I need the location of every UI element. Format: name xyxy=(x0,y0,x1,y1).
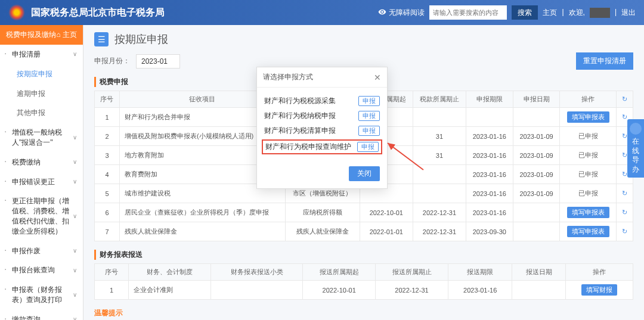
modal-footer: 关闭 xyxy=(257,161,387,188)
action-button: 已申报 xyxy=(574,150,603,161)
home-link[interactable]: 主页 xyxy=(543,8,557,18)
page-header: ☰ 按期应申报 xyxy=(94,32,633,46)
page-title: 按期应申报 xyxy=(114,32,168,46)
table-header: 财务、会计制度 xyxy=(129,264,211,281)
sidebar: 税费申报及缴纳 ⌂ 主页 申报清册∨按期应申报逾期申报其他申报增值税一般纳税人"… xyxy=(0,25,83,320)
logo-icon xyxy=(8,4,25,21)
fin-section-title: 财务报表报送 xyxy=(94,250,633,260)
person-icon xyxy=(630,123,642,135)
sidebar-item[interactable]: 缴款查询∨ xyxy=(0,310,83,320)
month-select[interactable]: 2023-01 xyxy=(136,54,180,69)
close-icon[interactable]: ✕ xyxy=(374,73,381,82)
modal-close-button[interactable]: 关闭 xyxy=(349,166,380,181)
table-header: 报送日期 xyxy=(512,264,566,281)
table-header: 操作 xyxy=(560,91,617,108)
tips-title: 温馨提示 xyxy=(94,308,633,318)
sidebar-title: 税费申报及缴纳 xyxy=(6,30,56,40)
accessibility-label: 无障碍阅读 xyxy=(389,8,425,18)
eye-icon xyxy=(378,8,386,18)
refresh-icon[interactable]: ↻ xyxy=(617,91,633,108)
option-label: 财产和行为税清算申报 xyxy=(264,126,336,136)
action-button[interactable]: 填写申报表 xyxy=(567,207,609,218)
sidebar-item[interactable]: 申报表（财务报表）查询及打印∨ xyxy=(0,280,83,310)
apply-button[interactable]: 申报 xyxy=(358,111,380,121)
modal-option: 财产和行为税清算申报申报 xyxy=(264,123,380,138)
sidebar-item[interactable]: 申报台账查询∨ xyxy=(0,260,83,280)
table-header: 报送所属期起 xyxy=(303,264,376,281)
online-service-tab[interactable]: 在线导办 xyxy=(627,119,644,178)
service-label: 在线导办 xyxy=(630,137,642,174)
table-header: 报送所属期止 xyxy=(376,264,448,281)
row-refresh-icon[interactable]: ↻ xyxy=(617,184,633,203)
table-row: 1企业会计准则2022-10-012022-12-312023-01-16填写财… xyxy=(95,281,633,300)
modal-title: 请选择申报方式 xyxy=(263,72,313,82)
apply-button[interactable]: 申报 xyxy=(358,126,380,136)
fin-table: 序号财务、会计制度财务报表报送小类报送所属期起报送所属期止报送期限报送日期操作 … xyxy=(94,263,633,300)
sidebar-item[interactable]: 申报清册∨ xyxy=(0,45,83,64)
logout-link[interactable]: 退出 xyxy=(621,8,636,18)
page-icon: ☰ xyxy=(94,32,109,46)
row-refresh-icon[interactable]: ↻ xyxy=(617,203,633,222)
table-header: 操作 xyxy=(565,264,633,281)
sidebar-item[interactable]: 增值税一般纳税人"报退合一"∨ xyxy=(0,123,83,153)
declare-method-modal: 请选择申报方式 ✕ 财产和行为税税源采集申报财产和行为税纳税申报申报财产和行为税… xyxy=(256,67,388,189)
table-row: 7残疾人就业保障金残疾人就业保障金2022-01-012022-12-31202… xyxy=(95,222,633,241)
modal-option: 财产和行为税税源采集申报 xyxy=(264,94,380,108)
sidebar-item[interactable]: 税费缴纳∨ xyxy=(0,153,83,172)
table-header: 序号 xyxy=(95,91,120,108)
modal-header: 请选择申报方式 ✕ xyxy=(257,67,387,88)
option-label: 财产和行为税税源采集 xyxy=(264,96,336,106)
table-header: 序号 xyxy=(95,264,129,281)
sidebar-header: 税费申报及缴纳 ⌂ 主页 xyxy=(0,25,83,45)
table-row: 6居民企业（查账征收）企业所得税月（季）度申报应纳税所得额2022-10-012… xyxy=(95,203,633,222)
row-refresh-icon[interactable]: ↻ xyxy=(617,222,633,241)
apply-button[interactable]: 申报 xyxy=(357,142,379,152)
sidebar-subitem[interactable]: 按期应申报 xyxy=(0,64,83,84)
header-right: 无障碍阅读 搜索 主页 | 欢迎, x | 退出 xyxy=(378,5,636,20)
sidebar-item[interactable]: 更正往期申报（增值税、消费税、增值税代扣代缴、扣缴企业所得税）∨ xyxy=(0,191,83,241)
username-redacted: x xyxy=(590,8,610,18)
sidebar-item[interactable]: 申报错误更正∨ xyxy=(0,172,83,192)
app-title: 国家税务总局北京市电子税务局 xyxy=(31,7,165,19)
header-links: 主页 | 欢迎, x | 退出 xyxy=(543,8,636,18)
table-header: 报送期限 xyxy=(448,264,512,281)
reset-button[interactable]: 重置申报清册 xyxy=(576,52,633,70)
search-input[interactable] xyxy=(429,5,507,20)
action-button[interactable]: 填写财报 xyxy=(581,284,617,296)
action-button: 已申报 xyxy=(574,188,603,199)
accessibility-link[interactable]: 无障碍阅读 xyxy=(378,8,425,18)
option-label: 财产和行为税申报查询维护 xyxy=(265,142,351,152)
action-button[interactable]: 填写申报表 xyxy=(567,111,609,123)
sidebar-subitem[interactable]: 其他申报 xyxy=(0,103,83,123)
table-header: 申报日期 xyxy=(513,91,560,108)
modal-option: 财产和行为税申报查询维护申报 xyxy=(262,139,382,154)
option-label: 财产和行为税纳税申报 xyxy=(264,111,336,121)
app-header: 国家税务总局北京市电子税务局 无障碍阅读 搜索 主页 | 欢迎, x | 退出 xyxy=(0,0,644,25)
action-button: 已申报 xyxy=(574,131,603,142)
home-icon[interactable]: ⌂ 主页 xyxy=(56,30,77,40)
modal-option: 财产和行为税纳税申报申报 xyxy=(264,108,380,123)
welcome-text: 欢迎, xyxy=(569,8,585,18)
table-header: 财务报表报送小类 xyxy=(211,264,303,281)
table-header: 申报期限 xyxy=(466,91,513,108)
sidebar-subitem[interactable]: 逾期申报 xyxy=(0,84,83,104)
search-button[interactable]: 搜索 xyxy=(512,5,538,20)
sidebar-item[interactable]: 申报作废∨ xyxy=(0,241,83,261)
modal-body: 财产和行为税税源采集申报财产和行为税纳税申报申报财产和行为税清算申报申报财产和行… xyxy=(257,88,387,161)
table-header: 税款所属期止 xyxy=(413,91,466,108)
action-button: 已申报 xyxy=(574,169,603,180)
action-button[interactable]: 填写申报表 xyxy=(567,226,609,237)
filter-label: 申报月份： xyxy=(94,56,130,66)
apply-button[interactable]: 申报 xyxy=(358,96,380,106)
